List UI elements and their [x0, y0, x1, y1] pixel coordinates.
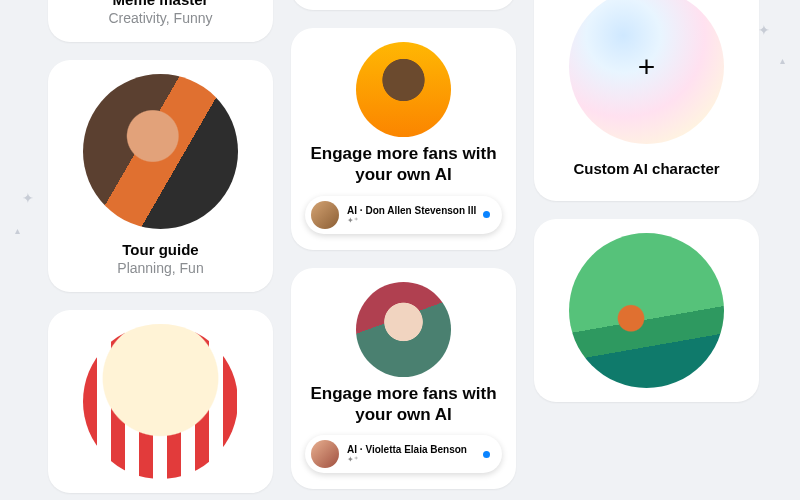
engage-promo-card-1[interactable]: Engage more fans with your own AI AI · D…: [291, 28, 516, 250]
sparkle-decoration: ▴: [15, 225, 20, 236]
creator-pill-avatar: [311, 440, 339, 468]
column-3: Athletic trainer Sports, Learn + Custom …: [534, 0, 759, 493]
status-dot-icon: [483, 211, 490, 218]
plus-icon: +: [638, 50, 656, 84]
creator-avatar: [356, 42, 451, 137]
status-dot-icon: [483, 451, 490, 458]
custom-ai-add-circle[interactable]: +: [569, 0, 724, 144]
column-2: Engage more fans with your own AI AI · D…: [291, 0, 516, 493]
character-card-tour-guide[interactable]: Tour guide Planning, Fun: [48, 60, 273, 292]
engage-promo-card-2[interactable]: Engage more fans with your own AI AI · V…: [291, 268, 516, 490]
character-card-partial[interactable]: [534, 219, 759, 402]
engage-headline: Engage more fans with your own AI: [301, 143, 506, 186]
sparkle-decoration: ✦: [22, 190, 34, 206]
character-card-partial[interactable]: [48, 310, 273, 493]
creator-pill[interactable]: AI · Violetta Elaia Benson ✦⁺: [305, 435, 502, 473]
character-tags: Planning, Fun: [117, 260, 203, 276]
custom-ai-character-card[interactable]: + Custom AI character: [534, 0, 759, 201]
creator-pill-label: AI · Don Allen Stevenson III: [347, 205, 476, 217]
character-title: Custom AI character: [573, 160, 719, 177]
character-card-meme-master[interactable]: Meme master Creativity, Funny: [48, 0, 273, 42]
character-grid: Meme master Creativity, Funny Tour guide…: [48, 0, 768, 493]
character-title: Tour guide: [122, 241, 198, 258]
character-avatar: [83, 74, 238, 229]
engage-headline: Engage more fans with your own AI: [301, 383, 506, 426]
column-1: Meme master Creativity, Funny Tour guide…: [48, 0, 273, 493]
sparkle-decoration: ▴: [780, 55, 785, 66]
character-card-partial-top[interactable]: [291, 0, 516, 10]
creator-pill[interactable]: AI · Don Allen Stevenson III ✦⁺: [305, 196, 502, 234]
sparkle-icon: ✦⁺: [347, 217, 358, 225]
character-avatar: [569, 233, 724, 388]
character-tags: Creativity, Funny: [109, 10, 213, 26]
creator-avatar: [356, 282, 451, 377]
creator-pill-avatar: [311, 201, 339, 229]
sparkle-icon: ✦⁺: [347, 456, 358, 464]
creator-pill-label: AI · Violetta Elaia Benson: [347, 444, 467, 456]
character-avatar: [83, 324, 238, 479]
character-title: Meme master: [113, 0, 209, 8]
